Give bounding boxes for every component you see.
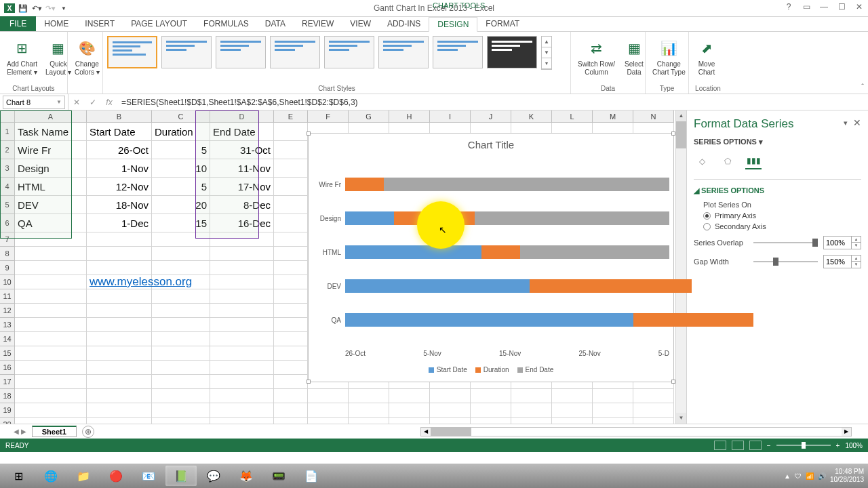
cell[interactable]: 20	[152, 196, 210, 214]
tab-data[interactable]: DATA	[257, 16, 294, 31]
cell[interactable]: Task Name	[15, 123, 87, 141]
cell[interactable]	[87, 418, 152, 424]
effects-icon[interactable]: ⬠	[719, 153, 736, 169]
ie-icon[interactable]: 🌐	[35, 466, 66, 486]
cell[interactable]	[152, 389, 210, 403]
cell[interactable]	[152, 261, 210, 275]
spinner-down-icon[interactable]: ▼	[852, 243, 861, 249]
undo-icon[interactable]: ↶▾	[31, 3, 42, 14]
cell[interactable]	[593, 389, 633, 403]
cell[interactable]	[274, 346, 308, 361]
cell[interactable]	[87, 332, 152, 346]
legend-item[interactable]: Start Date	[429, 366, 467, 373]
series-overlap-input[interactable]	[824, 237, 851, 249]
gantt-track[interactable]	[345, 245, 669, 259]
cell[interactable]	[511, 389, 552, 403]
series-options-icon[interactable]: ▮▮▮	[745, 153, 762, 169]
sheet-nav[interactable]: ◀ ▶	[14, 428, 26, 435]
chart-handle[interactable]	[307, 380, 311, 384]
cell[interactable]	[210, 332, 274, 346]
cell[interactable]: 10	[152, 159, 210, 178]
cell[interactable]	[15, 275, 87, 289]
cell[interactable]	[274, 304, 308, 318]
cell[interactable]	[430, 418, 471, 424]
cell[interactable]	[15, 304, 87, 318]
cell[interactable]	[87, 261, 152, 275]
cell[interactable]	[274, 247, 308, 261]
skype-icon[interactable]: 💬	[198, 466, 229, 486]
name-box[interactable]: Chart 8▼	[3, 96, 65, 109]
tray-clock[interactable]: 10:48 PM10/28/2013	[830, 468, 864, 484]
cell[interactable]	[210, 318, 274, 332]
scroll-thumb[interactable]	[676, 121, 686, 148]
start-button[interactable]: ⊞	[3, 466, 34, 486]
page-break-view-icon[interactable]	[749, 441, 762, 450]
cell[interactable]	[210, 261, 274, 275]
gantt-segment-duration[interactable]	[345, 178, 384, 191]
system-tray[interactable]: ▲ 🛡 📶 🔊 10:48 PM10/28/2013	[784, 468, 864, 484]
gantt-track[interactable]	[345, 279, 669, 293]
cell[interactable]	[15, 375, 87, 389]
cell[interactable]	[87, 346, 152, 361]
page-layout-view-icon[interactable]	[732, 441, 744, 450]
cell[interactable]	[593, 403, 633, 418]
series-overlap-slider[interactable]	[753, 242, 818, 243]
column-header[interactable]: N	[633, 110, 674, 123]
row-header[interactable]: 1	[0, 123, 15, 141]
cell[interactable]: Design	[15, 159, 87, 178]
spinner-down-icon[interactable]: ▼	[852, 262, 861, 268]
add-chart-element-button[interactable]: ⊞ Add Chart Element ▾	[4, 36, 40, 78]
gantt-segment-start[interactable]	[345, 211, 394, 225]
gantt-segment-start[interactable]	[345, 279, 530, 293]
cell[interactable]: HTML	[15, 178, 87, 196]
cell[interactable]: QA	[15, 214, 87, 232]
tab-format[interactable]: FORMAT	[477, 16, 528, 31]
cell[interactable]	[511, 403, 552, 418]
zoom-in-icon[interactable]: +	[836, 442, 840, 449]
close-icon[interactable]: ✕	[853, 1, 865, 12]
tab-view[interactable]: VIEW	[342, 16, 379, 31]
minimize-icon[interactable]: —	[818, 1, 830, 12]
cell[interactable]	[210, 232, 274, 247]
cell[interactable]	[152, 332, 210, 346]
cell[interactable]	[15, 318, 87, 332]
move-chart-button[interactable]: ⬈ Move Chart	[693, 36, 720, 78]
qat-customize-icon[interactable]: ▼	[58, 3, 69, 14]
cell[interactable]	[87, 289, 152, 304]
cell[interactable]	[349, 418, 389, 424]
row-header[interactable]: 17	[0, 375, 15, 389]
cell[interactable]	[152, 361, 210, 375]
tray-network-icon[interactable]: 📶	[806, 472, 814, 480]
cell[interactable]	[210, 289, 274, 304]
change-colors-button[interactable]: 🎨 Change Colors ▾	[72, 36, 102, 78]
cell[interactable]	[87, 247, 152, 261]
cell[interactable]: 15	[152, 214, 210, 232]
cell[interactable]	[274, 178, 308, 196]
redo-icon[interactable]: ↷▾	[45, 3, 56, 14]
cell[interactable]	[210, 346, 274, 361]
pane-popout-icon[interactable]: ▾	[844, 119, 848, 127]
column-header[interactable]: L	[552, 110, 593, 123]
cell[interactable]	[430, 389, 471, 403]
normal-view-icon[interactable]	[714, 441, 726, 450]
gantt-segment-start[interactable]	[345, 245, 481, 259]
cell[interactable]	[274, 289, 308, 304]
cell[interactable]	[15, 361, 87, 375]
zoom-out-icon[interactable]: −	[767, 442, 771, 449]
cell[interactable]: 8-Dec	[210, 196, 274, 214]
cell[interactable]	[274, 389, 308, 403]
excel-app-icon[interactable]: X	[4, 3, 15, 14]
cell[interactable]	[210, 403, 274, 418]
cell[interactable]	[274, 418, 308, 424]
cell[interactable]	[15, 403, 87, 418]
cell[interactable]	[274, 141, 308, 159]
cell[interactable]	[389, 403, 430, 418]
cell[interactable]: 12-Nov	[87, 178, 152, 196]
cell[interactable]	[15, 418, 87, 424]
gantt-row[interactable]: DEV	[315, 269, 669, 303]
style-scroll-down-icon[interactable]: ▼	[542, 47, 551, 58]
cell[interactable]: 11-Nov	[210, 159, 274, 178]
primary-axis-radio[interactable]: Primary Axis	[703, 211, 861, 220]
cell[interactable]: Start Date	[87, 123, 152, 141]
cell[interactable]	[15, 346, 87, 361]
